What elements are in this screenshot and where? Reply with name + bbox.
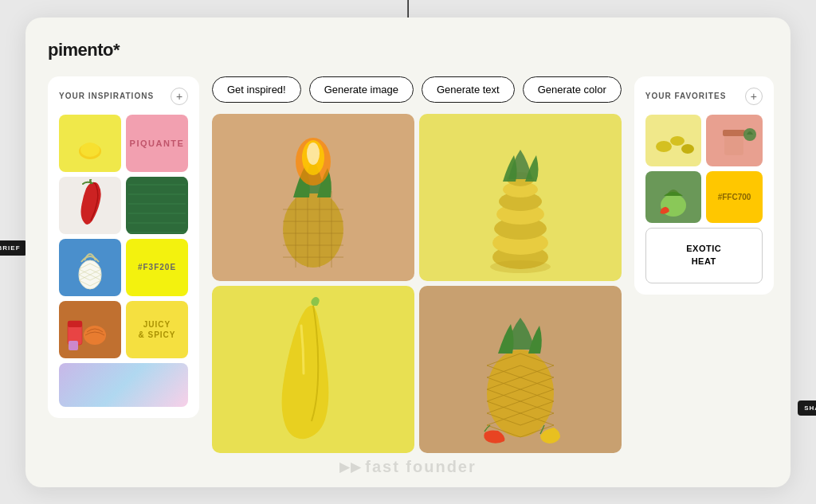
svg-point-38 bbox=[490, 260, 551, 273]
left-sidebar: YOUR INSPIRATIONS + PIQUANTE bbox=[48, 76, 199, 453]
juicy-spicy-label: JUICY& SPICY bbox=[138, 319, 175, 340]
svg-point-42 bbox=[681, 144, 694, 154]
watermark: ▶▶ fast founder bbox=[339, 458, 477, 476]
svg-point-40 bbox=[656, 141, 672, 152]
app-container: pimento* YOUR INSPIRATIONS + bbox=[26, 18, 790, 487]
list-item[interactable]: PIQUANTE bbox=[126, 115, 188, 172]
svg-point-18 bbox=[283, 191, 343, 268]
watermark-text: fast founder bbox=[365, 458, 477, 476]
favorites-grid: #FFC700 EXOTICHEAT bbox=[645, 115, 763, 283]
list-item[interactable] bbox=[59, 239, 121, 296]
piquante-label: PIQUANTE bbox=[130, 139, 185, 148]
list-item[interactable]: #FFC700 bbox=[706, 171, 763, 223]
generated-image-3[interactable] bbox=[212, 286, 414, 453]
share-refine-annotation: SHARE AND REFINE bbox=[798, 400, 816, 416]
list-item[interactable] bbox=[126, 177, 188, 234]
hex-label: #F3F20E bbox=[138, 263, 176, 272]
list-item[interactable] bbox=[706, 115, 763, 166]
generated-image-4[interactable] bbox=[419, 286, 622, 453]
app-logo: pimento* bbox=[48, 40, 768, 61]
favorites-title: YOUR FAVORITES bbox=[645, 92, 727, 100]
generated-image-2[interactable] bbox=[419, 114, 622, 281]
generate-image-button[interactable]: Generate image bbox=[309, 76, 414, 103]
svg-rect-43 bbox=[724, 133, 743, 155]
list-item[interactable] bbox=[59, 115, 121, 172]
list-item[interactable] bbox=[645, 171, 702, 223]
generated-image-1[interactable] bbox=[212, 114, 414, 281]
main-content: Get inspired! Generate image Generate te… bbox=[212, 76, 622, 453]
fav-hex-label: #FFC700 bbox=[718, 193, 751, 201]
add-favorite-button[interactable]: + bbox=[745, 88, 763, 105]
get-inspired-button[interactable]: Get inspired! bbox=[212, 76, 301, 103]
svg-point-41 bbox=[670, 136, 685, 146]
generate-color-button[interactable]: Generate color bbox=[523, 76, 622, 103]
list-item[interactable] bbox=[59, 301, 121, 358]
list-item[interactable] bbox=[59, 363, 188, 407]
image-grid bbox=[212, 114, 622, 453]
svg-point-5 bbox=[80, 143, 100, 157]
svg-rect-17 bbox=[69, 341, 78, 350]
svg-rect-44 bbox=[723, 130, 745, 136]
svg-point-39 bbox=[487, 350, 554, 437]
list-item[interactable]: JUICY& SPICY bbox=[126, 301, 188, 358]
right-sidebar: YOUR FAVORITES + bbox=[634, 76, 774, 453]
svg-rect-15 bbox=[68, 321, 82, 327]
action-bar: Get inspired! Generate image Generate te… bbox=[212, 76, 622, 103]
generate-text-button[interactable]: Generate text bbox=[422, 76, 515, 103]
watermark-icon: ▶▶ bbox=[339, 459, 362, 475]
add-inspiration-button[interactable]: + bbox=[171, 88, 188, 105]
list-item[interactable] bbox=[59, 177, 121, 234]
list-item[interactable] bbox=[645, 115, 702, 166]
inspirations-title: YOUR INSPIRATIONS bbox=[59, 92, 154, 100]
svg-point-30 bbox=[307, 143, 320, 165]
svg-rect-6 bbox=[128, 177, 186, 234]
give-brief-annotation: GIVE YOUR BRIEF bbox=[0, 240, 27, 256]
list-item[interactable]: #F3F20E bbox=[126, 239, 188, 296]
exotic-heat-label[interactable]: EXOTICHEAT bbox=[645, 228, 763, 283]
inspiration-grid: PIQUANTE bbox=[59, 115, 188, 407]
